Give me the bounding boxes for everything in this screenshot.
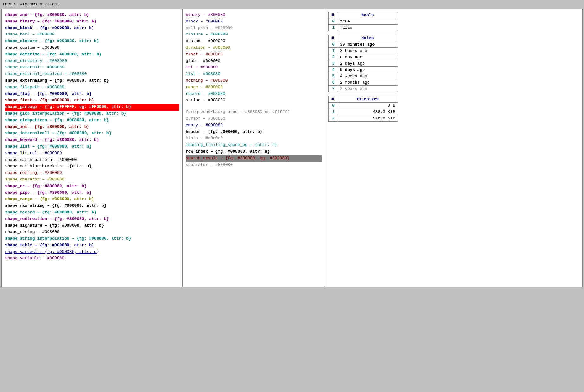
left-entry-8: shape_external – #008080 xyxy=(5,64,179,71)
middle-top-entry-11: range – #808000 xyxy=(186,84,322,91)
middle-bottom-entry-4: hints – #c0c0c0 xyxy=(186,135,322,142)
left-entry-11: shape_filepath – #008080 xyxy=(5,84,179,91)
middle-top-entry-0: binary – #800080 xyxy=(186,12,322,18)
middle-top-entry-3: closure – #008080 xyxy=(186,31,322,38)
table-row: 13 hours ago xyxy=(329,48,398,54)
left-entry-36: shape_vardecl – {fg: #000080, attr: u} xyxy=(5,249,179,256)
bools-header-1: bools xyxy=(337,12,398,18)
table-row: 45 days ago xyxy=(329,67,398,73)
middle-top-entry-6: float – #800000 xyxy=(186,51,322,58)
left-entry-10: shape_externalarg – {fg: #008000, attr: … xyxy=(5,78,179,84)
dates-header-1: dates xyxy=(337,35,398,41)
filesizes-header-1: filesizes xyxy=(337,96,398,103)
main-container: shape_and – {fg: #800080, attr: b}shape_… xyxy=(1,9,583,287)
bools-val-1: false xyxy=(337,25,398,31)
left-entry-20: shape_list – {fg: #008080, attr: b} xyxy=(5,143,179,150)
left-entry-12: shape_flag – {fg: #000080, attr: b} xyxy=(5,91,179,98)
filesizes-val-0: 0 B xyxy=(337,103,398,109)
left-entry-31: shape_redirection – {fg: #800080, attr: … xyxy=(5,216,179,223)
filesizes-idx-2: 2 xyxy=(329,115,337,122)
dates-val-5: 4 weeks ago xyxy=(337,73,398,79)
left-entry-19: shape_keyword – {fg: #800080, attr: b} xyxy=(5,137,179,143)
middle-top-entry-7: glob – #000000 xyxy=(186,58,322,65)
bools-idx-1: 1 xyxy=(329,25,337,31)
table-row: 030 minutes ago xyxy=(329,41,398,48)
table-row: 54 weeks ago xyxy=(329,73,398,79)
dates-idx-6: 6 xyxy=(329,79,337,86)
left-entry-2: shape_block – {fg: #000080, attr: b} xyxy=(5,25,179,32)
dates-idx-2: 2 xyxy=(329,54,337,60)
left-entry-26: shape_or – {fg: #800080, attr: b} xyxy=(5,183,179,190)
left-entry-30: shape_record – {fg: #008080, attr: b} xyxy=(5,209,179,216)
middle-bottom-entry-0: foreground/background – #808080 on #ffff… xyxy=(186,109,322,116)
table-row: 2a day ago xyxy=(329,54,398,60)
bools-val-0: true xyxy=(337,18,398,25)
filesizes-val-2: 976.6 KiB xyxy=(337,115,398,122)
bools-table: #bools0true1false xyxy=(328,12,398,31)
middle-bottom-entry-5: leading_trailing_space_bg – {attr: n} xyxy=(186,142,322,149)
left-entry-15: shape_glob_interpolation – {fg: #008080,… xyxy=(5,111,179,117)
dates-idx-7: 7 xyxy=(329,86,337,92)
right-panel: #bools0true1false#dates030 minutes ago13… xyxy=(325,9,582,287)
dates-val-6: 2 months ago xyxy=(337,79,398,86)
dates-val-7: 2 years ago xyxy=(337,86,398,92)
left-entry-32: shape_signature – {fg: #008000, attr: b} xyxy=(5,223,179,229)
table-row: 72 years ago xyxy=(329,86,398,92)
filesizes-idx-0: 0 xyxy=(329,103,337,109)
dates-val-4: 5 days ago xyxy=(337,67,398,73)
left-entry-22: shape_match_pattern – #008000 xyxy=(5,157,179,163)
dates-val-1: 3 hours ago xyxy=(337,48,398,54)
left-entry-16: shape_globpattern – {fg: #008080, attr: … xyxy=(5,117,179,124)
dates-idx-5: 5 xyxy=(329,73,337,79)
dates-idx-3: 3 xyxy=(329,60,337,67)
dates-idx-0: 0 xyxy=(329,41,337,48)
left-entry-14: shape_garbage – {fg: #FFFFFF, bg: #FF000… xyxy=(5,104,179,111)
left-entry-7: shape_directory – #008080 xyxy=(5,58,179,65)
left-entry-28: shape_range – {fg: #808000, attr: b} xyxy=(5,196,179,203)
dates-val-2: a day ago xyxy=(337,54,398,60)
dates-idx-4: 4 xyxy=(329,67,337,73)
dates-table: #dates030 minutes ago13 hours ago2a day … xyxy=(328,35,398,92)
filesizes-val-1: 488.3 KiB xyxy=(337,109,398,115)
left-entry-3: shape_bool – #008080 xyxy=(5,31,179,38)
left-entry-35: shape_table – {fg: #000080, attr: b} xyxy=(5,242,179,249)
left-entry-4: shape_closure – {fg: #008080, attr: b} xyxy=(5,38,179,45)
left-entry-29: shape_raw_string – {fg: #000000, attr: b… xyxy=(5,203,179,209)
middle-top-entry-1: block – #000080 xyxy=(186,18,322,25)
middle-bottom-entry-3: header – {fg: #008000, attr: b} xyxy=(186,129,322,136)
left-entry-18: shape_internalcall – {fg: #008080, attr:… xyxy=(5,130,179,137)
table-row: 32 days ago xyxy=(329,60,398,67)
filesizes-table: #filesizes00 B1488.3 KiB2976.6 KiB xyxy=(328,96,398,122)
table-row: 2976.6 KiB xyxy=(329,115,398,122)
left-entry-21: shape_literal – #000080 xyxy=(5,150,179,157)
filesizes-idx-1: 1 xyxy=(329,109,337,115)
middle-bottom-entry-2: empty – #000080 xyxy=(186,122,322,129)
table-row: 1488.3 KiB xyxy=(329,109,398,115)
left-entry-37: shape_variable – #800080 xyxy=(5,255,179,262)
filesizes-header-0: # xyxy=(329,96,337,103)
middle-bottom-entry-1: cursor – #808080 xyxy=(186,116,322,122)
middle-top-entry-5: duration – #808000 xyxy=(186,45,322,51)
left-entry-0: shape_and – {fg: #800080, attr: b} xyxy=(5,12,179,18)
table-row: 0true xyxy=(329,18,398,25)
middle-bottom-entry-8: separator – #808080 xyxy=(186,162,322,168)
bools-header-0: # xyxy=(329,12,337,18)
table-row: 62 months ago xyxy=(329,79,398,86)
dates-idx-1: 1 xyxy=(329,48,337,54)
table-row: 1false xyxy=(329,25,398,31)
bools-idx-0: 0 xyxy=(329,18,337,25)
table-row: 00 B xyxy=(329,103,398,109)
middle-top-entry-13: string – #008000 xyxy=(186,97,322,104)
left-entry-27: shape_pipe – {fg: #800080, attr: b} xyxy=(5,190,179,196)
middle-top-entry-10: nothing – #800000 xyxy=(186,78,322,84)
left-entry-6: shape_datetime – {fg: #008080, attr: b} xyxy=(5,51,179,58)
middle-top-entry-9: list – #008080 xyxy=(186,71,322,78)
left-entry-9: shape_external_resolved – #008080 xyxy=(5,71,179,78)
left-entry-33: shape_string – #008000 xyxy=(5,229,179,236)
middle-top-entry-4: custom – #000000 xyxy=(186,38,322,45)
left-entry-34: shape_string_interpolation – {fg: #00808… xyxy=(5,236,179,242)
left-entry-17: shape_int – {fg: #800000, attr: b} xyxy=(5,124,179,130)
middle-top-entry-2: cell-path – #808080 xyxy=(186,25,322,32)
left-entry-24: shape_nothing – #800000 xyxy=(5,170,179,176)
left-entry-25: shape_operator – #808000 xyxy=(5,176,179,183)
